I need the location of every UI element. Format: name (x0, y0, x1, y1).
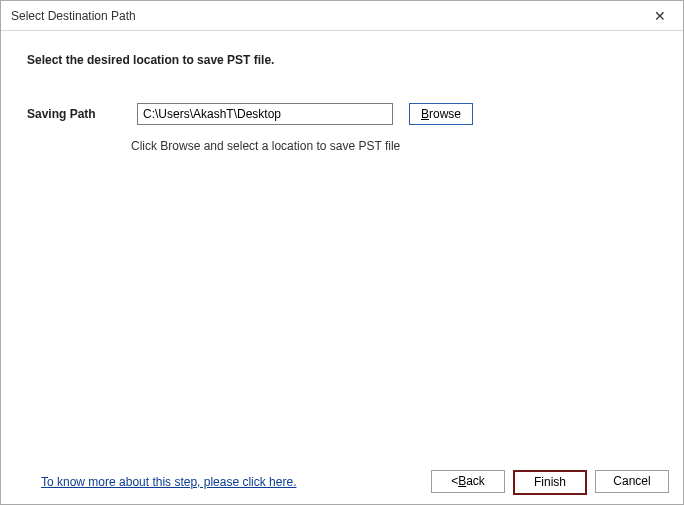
back-rest: ack (466, 474, 485, 488)
page-heading: Select the desired location to save PST … (27, 53, 657, 67)
help-link[interactable]: To know more about this step, please cli… (41, 475, 296, 489)
browse-rest: rowse (429, 107, 461, 121)
footer: To know more about this step, please cli… (1, 460, 683, 504)
button-group: < Back Finish Cancel (431, 470, 669, 495)
saving-path-row: Saving Path Browse (27, 103, 657, 125)
back-button[interactable]: < Back (431, 470, 505, 493)
close-button[interactable]: ✕ (645, 4, 675, 28)
saving-path-input[interactable] (137, 103, 393, 125)
window-title: Select Destination Path (11, 9, 136, 23)
back-mnemonic: B (458, 474, 466, 488)
saving-path-label: Saving Path (27, 107, 131, 121)
hint-text: Click Browse and select a location to sa… (131, 139, 657, 153)
titlebar: Select Destination Path ✕ (1, 1, 683, 31)
cancel-button[interactable]: Cancel (595, 470, 669, 493)
browse-button[interactable]: Browse (409, 103, 473, 125)
back-prefix: < (451, 474, 458, 488)
content-area: Select the desired location to save PST … (1, 31, 683, 153)
finish-button[interactable]: Finish (513, 470, 587, 495)
browse-mnemonic: B (421, 107, 429, 121)
close-icon: ✕ (654, 8, 666, 24)
